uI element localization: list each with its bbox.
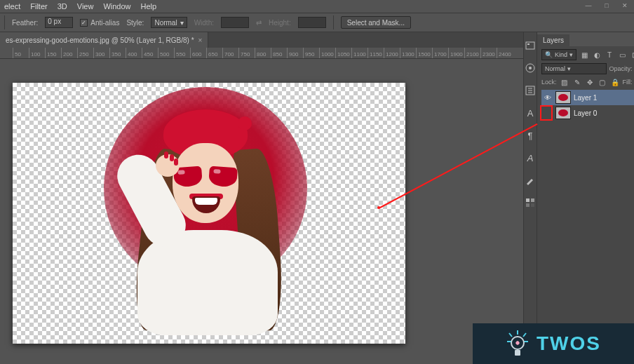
chevron-down-icon: ▾: [180, 19, 184, 27]
ruler-tick: 1700: [432, 48, 447, 59]
ruler-tick: 1300: [400, 48, 414, 59]
filter-kind-select[interactable]: 🔍 Kind ▾: [541, 49, 576, 60]
layer-name[interactable]: Layer 1: [574, 94, 597, 102]
history-icon[interactable]: [524, 39, 537, 52]
ruler-tick: 700: [222, 48, 234, 59]
svg-line-13: [509, 333, 512, 337]
fill-label: Fill:: [623, 79, 633, 86]
close-button[interactable]: ✕: [616, 0, 634, 11]
filter-smart-icon[interactable]: ⊡: [630, 50, 634, 60]
feather-input[interactable]: 0 px: [45, 17, 73, 28]
width-input: [221, 17, 249, 28]
layer-thumbnail[interactable]: [555, 91, 571, 104]
blend-mode-select[interactable]: Normal ▾: [541, 63, 607, 74]
menu-view[interactable]: View: [77, 2, 94, 11]
layer-name[interactable]: Layer 0: [574, 109, 597, 117]
brush-icon[interactable]: [524, 174, 537, 187]
ruler-tick: 450: [142, 48, 153, 59]
canvas[interactable]: [13, 83, 405, 344]
ruler-tick: 400: [126, 48, 137, 59]
document-tab[interactable]: es-expressing-good-emotions.jpg @ 50% (L…: [0, 32, 208, 48]
image-subject: [125, 109, 286, 327]
ruler-tick: 600: [190, 48, 201, 59]
ruler-tick: 750: [238, 48, 250, 59]
menu-help[interactable]: Help: [141, 2, 157, 11]
opacity-label: Opacity:: [609, 65, 633, 72]
layers-panel: Layers ≡ 🔍 Kind ▾ ▦ ◐ T ▭ ⊡ Normal ▾ Opa…: [537, 32, 634, 364]
menu-3d[interactable]: 3D: [58, 2, 67, 11]
lock-artboard-icon[interactable]: ▢: [598, 77, 607, 87]
style-label: Style:: [126, 19, 144, 27]
lock-pixels-icon[interactable]: ▨: [560, 77, 569, 87]
ruler-tick: 1500: [416, 48, 431, 59]
ruler-tick: 950: [303, 48, 314, 59]
layer-row[interactable]: 👁 Layer 1: [541, 90, 634, 105]
layer-row[interactable]: Layer 0: [541, 105, 634, 121]
swatches-icon[interactable]: [524, 196, 537, 209]
select-and-mask-button[interactable]: Select and Mask...: [341, 16, 411, 29]
ruler-tick: 150: [45, 48, 56, 59]
ruler-tick: 50: [13, 48, 21, 59]
style-select[interactable]: Normal ▾: [151, 17, 187, 28]
blend-mode-value: Normal: [545, 65, 565, 72]
antialias-checkbox[interactable]: ✓ Anti-alias: [80, 19, 119, 27]
window-controls: — □ ✕: [579, 0, 634, 11]
ruler-tick: 300: [93, 48, 104, 59]
right-dock: A ¶ A Layers ≡ 🔍 Kind ▾ ▦ ◐ T ▭ ⊡ Normal…: [523, 32, 634, 364]
ruler-tick: 1900: [448, 48, 463, 59]
svg-rect-11: [531, 203, 534, 207]
filter-shape-icon[interactable]: ▭: [617, 50, 627, 60]
feather-label: Feather:: [12, 19, 38, 27]
maximize-button[interactable]: □: [598, 0, 616, 11]
panel-tabs: Layers ≡: [537, 32, 634, 46]
paragraph-icon[interactable]: ¶: [524, 129, 537, 142]
ruler-tick: 1050: [335, 48, 350, 59]
filter-pixel-icon[interactable]: ▦: [579, 50, 589, 60]
ruler-tick: 1100: [351, 48, 366, 59]
ruler-tick: 1200: [384, 48, 398, 59]
menu-select[interactable]: elect: [4, 2, 20, 11]
lightbulb-icon: [506, 329, 530, 358]
minimize-button[interactable]: —: [579, 0, 598, 11]
watermark: TWOS: [473, 323, 634, 364]
character-icon[interactable]: A: [524, 107, 537, 119]
ruler-tick: 2300: [480, 48, 495, 59]
visibility-toggle[interactable]: 👁: [543, 94, 553, 102]
lock-brush-icon[interactable]: ✎: [572, 77, 582, 87]
check-icon: ✓: [80, 19, 88, 27]
ruler-tick: 650: [206, 48, 217, 59]
lock-position-icon[interactable]: ✥: [585, 77, 595, 87]
svg-rect-1: [527, 43, 530, 45]
antialias-label: Anti-alias: [90, 19, 119, 27]
height-input: [298, 17, 326, 28]
glyphs-icon[interactable]: A: [524, 151, 537, 164]
info-icon[interactable]: [524, 84, 537, 97]
layer-thumbnail[interactable]: [555, 107, 571, 119]
ruler-tick: 550: [174, 48, 185, 59]
ruler-tick: 250: [77, 48, 88, 59]
svg-rect-18: [515, 350, 520, 356]
menu-window[interactable]: Window: [103, 2, 130, 11]
ruler-tick: 350: [109, 48, 121, 59]
svg-rect-9: [531, 198, 534, 202]
ruler-tick: 900: [287, 48, 298, 59]
svg-rect-10: [526, 203, 530, 207]
annotation-arrow-tail: [377, 206, 380, 209]
color-icon[interactable]: [524, 62, 537, 74]
ruler-tick: 1000: [319, 48, 334, 59]
lock-all-icon[interactable]: 🔒: [610, 77, 620, 87]
filter-type-icon[interactable]: T: [605, 50, 614, 60]
height-label: Height:: [269, 19, 291, 27]
ruler-tick: 2400: [497, 48, 511, 59]
svg-rect-0: [526, 42, 534, 49]
menu-filter[interactable]: Filter: [30, 2, 47, 11]
kind-label: Kind: [555, 51, 567, 58]
style-value: Normal: [154, 19, 177, 27]
close-tab-icon[interactable]: ×: [198, 36, 203, 44]
watermark-text: TWOS: [537, 332, 601, 355]
collapsed-panels-strip: A ¶ A: [523, 32, 537, 364]
options-bar: Feather: 0 px ✓ Anti-alias Style: Normal…: [0, 13, 634, 32]
filter-adjust-icon[interactable]: ◐: [592, 50, 602, 60]
menu-bar: elect Filter 3D View Window Help: [0, 0, 634, 13]
layers-tab[interactable]: Layers: [537, 34, 569, 46]
